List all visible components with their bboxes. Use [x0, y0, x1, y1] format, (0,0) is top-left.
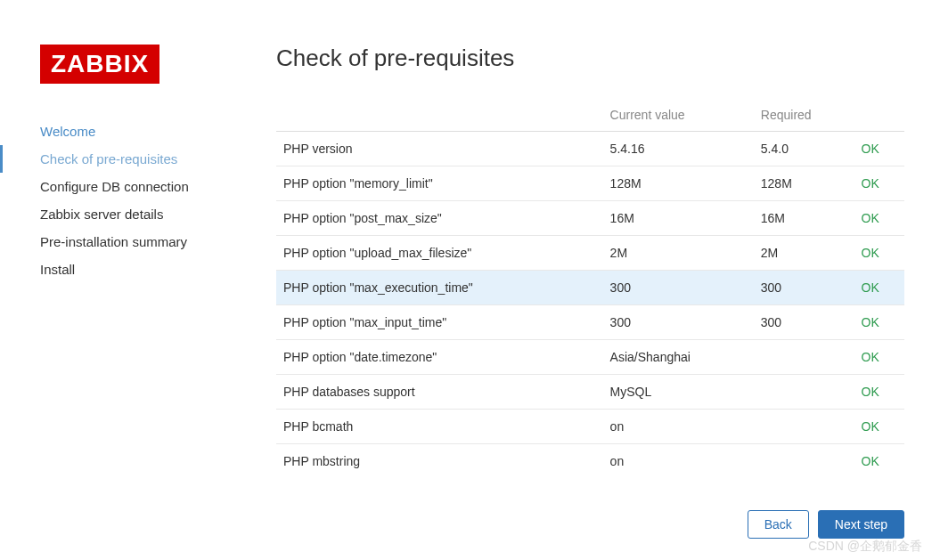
table-row: PHP option "max_input_time"300300OK [276, 305, 904, 340]
req-name: PHP option "date.timezone" [276, 340, 603, 375]
req-name: PHP option "post_max_size" [276, 201, 603, 236]
req-required [754, 340, 854, 375]
req-required: 5.4.0 [754, 132, 854, 166]
req-status: OK [854, 271, 904, 305]
nav-item-4[interactable]: Pre-installation summary [40, 228, 241, 256]
req-current: 5.4.16 [603, 132, 754, 166]
req-current: 2M [603, 236, 754, 271]
req-required: 300 [754, 305, 854, 340]
nav-item-3[interactable]: Zabbix server details [40, 200, 241, 228]
req-status: OK [854, 166, 904, 201]
nav-item-0[interactable]: Welcome [40, 118, 241, 145]
req-status: OK [854, 132, 904, 166]
req-required: 2M [754, 236, 854, 271]
req-status: OK [854, 410, 904, 444]
req-name: PHP option "upload_max_filesize" [276, 236, 603, 271]
nav-item-5[interactable]: Install [40, 256, 241, 283]
table-row: PHP option "memory_limit"128M128MOK [276, 166, 904, 201]
req-current: 16M [603, 201, 754, 236]
req-name: PHP databases support [276, 375, 603, 410]
nav-item-2[interactable]: Configure DB connection [40, 173, 241, 200]
requirements-table: Current value Required PHP version5.4.16… [276, 99, 904, 473]
req-name: PHP mbstring [276, 444, 603, 474]
table-row: PHP option "date.timezone"Asia/ShanghaiO… [276, 340, 904, 375]
table-row: PHP option "max_execution_time"300300OK [276, 271, 904, 305]
next-step-button[interactable]: Next step [818, 510, 904, 539]
req-current: Asia/Shanghai [603, 340, 754, 375]
table-row: PHP bcmathonOK [276, 410, 904, 444]
req-required: 128M [754, 166, 854, 201]
table-row: PHP mbstringonOK [276, 444, 904, 474]
req-status: OK [854, 236, 904, 271]
req-required [754, 410, 854, 444]
req-name: PHP option "memory_limit" [276, 166, 603, 201]
req-required [754, 444, 854, 474]
req-name: PHP version [276, 132, 603, 166]
sidebar: ZABBIX WelcomeCheck of pre-requisitesCon… [0, 18, 258, 560]
col-name-header [276, 99, 603, 132]
req-required: 300 [754, 271, 854, 305]
req-current: on [603, 410, 754, 444]
req-name: PHP option "max_input_time" [276, 305, 603, 340]
req-current: 128M [603, 166, 754, 201]
setup-nav: WelcomeCheck of pre-requisitesConfigure … [40, 118, 241, 283]
page-title: Check of pre-requisites [276, 45, 904, 72]
watermark: CSDN @企鹅郁金香 [808, 539, 922, 555]
col-current-header: Current value [603, 99, 754, 132]
req-status: OK [854, 340, 904, 375]
back-button[interactable]: Back [748, 510, 809, 539]
col-status-header [854, 99, 904, 132]
req-name: PHP option "max_execution_time" [276, 271, 603, 305]
req-name: PHP bcmath [276, 410, 603, 444]
table-row: PHP databases supportMySQLOK [276, 375, 904, 410]
req-status: OK [854, 201, 904, 236]
nav-item-1[interactable]: Check of pre-requisites [0, 145, 241, 173]
req-current: 300 [603, 305, 754, 340]
req-status: OK [854, 444, 904, 474]
req-status: OK [854, 305, 904, 340]
req-status: OK [854, 375, 904, 410]
col-required-header: Required [754, 99, 854, 132]
req-current: MySQL [603, 375, 754, 410]
req-current: on [603, 444, 754, 474]
req-current: 300 [603, 271, 754, 305]
table-row: PHP version5.4.165.4.0OK [276, 132, 904, 166]
zabbix-logo: ZABBIX [40, 45, 159, 84]
requirements-table-scroll[interactable]: Current value Required PHP version5.4.16… [276, 99, 904, 473]
req-required: 16M [754, 201, 854, 236]
table-row: PHP option "post_max_size"16M16MOK [276, 201, 904, 236]
table-row: PHP option "upload_max_filesize"2M2MOK [276, 236, 904, 271]
main-panel: Check of pre-requisites Current value Re… [258, 18, 940, 560]
req-required [754, 375, 854, 410]
